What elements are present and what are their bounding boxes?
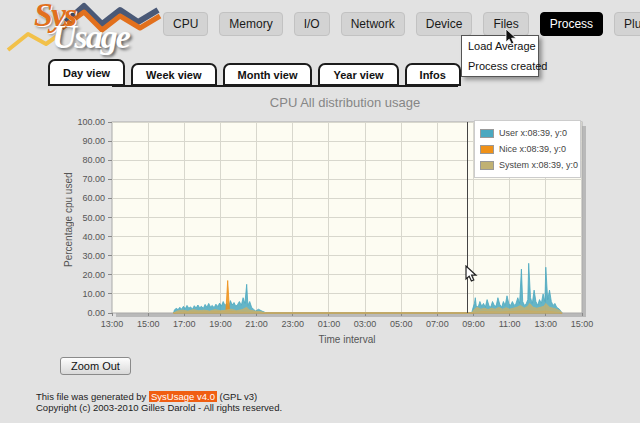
top-nav: CPU Memory I/O Network Device Files Proc… [163, 12, 640, 36]
menu-item-process-created[interactable]: Process created [462, 56, 538, 76]
sysusage-logo[interactable]: Sys Usage [6, 0, 166, 58]
svg-text:90.00: 90.00 [82, 136, 105, 146]
svg-text:01:00: 01:00 [318, 319, 341, 329]
legend-label-nice: Nice x:08:39, y:0 [499, 144, 566, 154]
tab-year-view[interactable]: Year view [318, 63, 398, 86]
nav-button-network[interactable]: Network [341, 12, 405, 36]
tab-week-view[interactable]: Week view [131, 63, 216, 86]
footer: This file was generated by SysUsage v4.0… [36, 392, 282, 413]
nav-button-io[interactable]: I/O [294, 12, 330, 36]
zoom-out-button[interactable]: Zoom Out [60, 357, 131, 375]
svg-text:15:00: 15:00 [137, 319, 160, 329]
chart-legend: User x:08:39, y:0 Nice x:08:39, y:0 Syst… [474, 120, 581, 178]
nav-button-process[interactable]: Process [540, 12, 603, 36]
legend-item-system: System x:08:39, y:0 [480, 157, 575, 173]
system-series-swatch-icon [480, 161, 494, 170]
logo-text-usage: Usage [52, 18, 129, 56]
svg-text:0.00: 0.00 [87, 308, 105, 318]
tab-month-view[interactable]: Month view [223, 63, 313, 86]
svg-text:21:00: 21:00 [245, 319, 268, 329]
footer-license-text: (GPL v3) [220, 391, 258, 402]
nav-button-device[interactable]: Device [416, 12, 473, 36]
tab-day-view[interactable]: Day view [48, 59, 125, 86]
mouse-cursor-chart [465, 265, 479, 283]
footer-generated-text: This file was generated by [36, 391, 146, 402]
svg-text:80.00: 80.00 [82, 155, 105, 165]
mouse-cursor-menu [505, 28, 519, 46]
x-axis-label: Time interval [319, 334, 376, 345]
svg-text:19:00: 19:00 [209, 319, 232, 329]
svg-text:60.00: 60.00 [82, 193, 105, 203]
process-dropdown-menu: Load Average Process created [461, 35, 539, 77]
svg-text:10.00: 10.00 [82, 289, 105, 299]
legend-item-user: User x:08:39, y:0 [480, 125, 575, 141]
nav-button-memory[interactable]: Memory [219, 12, 282, 36]
svg-text:11:00: 11:00 [499, 319, 521, 329]
svg-text:20.00: 20.00 [82, 270, 105, 280]
svg-text:13:00: 13:00 [535, 319, 558, 329]
tabbar-underline [112, 85, 458, 87]
svg-text:03:00: 03:00 [354, 319, 377, 329]
nav-button-plugins[interactable]: Plugins [614, 12, 640, 36]
svg-text:09:00: 09:00 [462, 319, 485, 329]
legend-label-user: User x:08:39, y:0 [499, 128, 567, 138]
svg-text:23:00: 23:00 [282, 319, 305, 329]
svg-text:07:00: 07:00 [426, 319, 449, 329]
tab-infos[interactable]: Infos [405, 63, 461, 86]
legend-label-system: System x:08:39, y:0 [499, 160, 578, 170]
svg-text:15:00: 15:00 [571, 319, 594, 329]
page: Sys Usage CPU Memory I/O Network Device … [0, 0, 640, 423]
user-series-swatch-icon [480, 129, 494, 138]
svg-text:40.00: 40.00 [82, 232, 105, 242]
svg-text:100.00: 100.00 [77, 117, 105, 127]
footer-line1: This file was generated by SysUsage v4.0… [36, 392, 282, 403]
nav-button-cpu[interactable]: CPU [163, 12, 208, 36]
svg-text:17:00: 17:00 [173, 319, 196, 329]
svg-text:13:00: 13:00 [101, 319, 124, 329]
svg-text:05:00: 05:00 [390, 319, 413, 329]
sysusage-version-link[interactable]: SysUsage v4.0 [149, 391, 217, 402]
svg-text:70.00: 70.00 [82, 174, 105, 184]
footer-copyright: Copyright (c) 2003-2010 Gilles Darold - … [36, 403, 282, 414]
svg-text:50.00: 50.00 [82, 213, 105, 223]
svg-text:30.00: 30.00 [82, 251, 105, 261]
legend-item-nice: Nice x:08:39, y:0 [480, 141, 575, 157]
menu-item-load-average[interactable]: Load Average [462, 36, 538, 56]
view-tabbar: Day view Week view Month view Year view … [48, 59, 461, 86]
nice-series-swatch-icon [480, 145, 494, 154]
